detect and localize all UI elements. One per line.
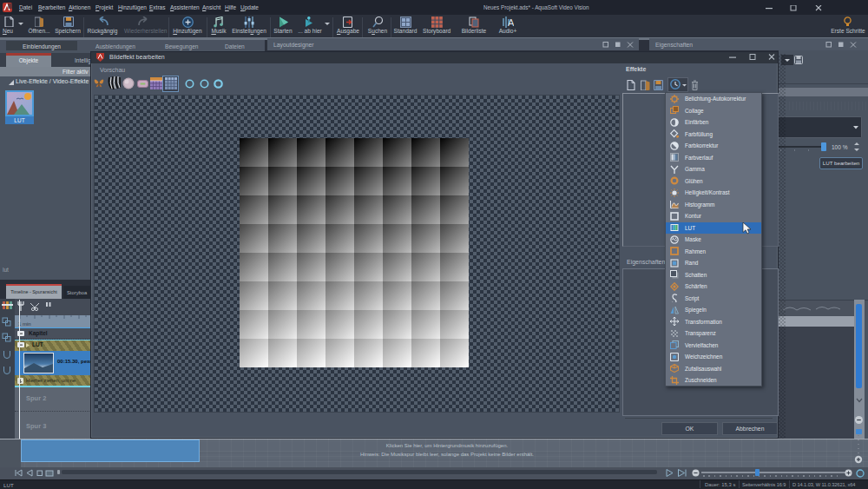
svg-text:A: A xyxy=(508,17,514,28)
svg-text:1 min: 1 min xyxy=(18,321,31,327)
